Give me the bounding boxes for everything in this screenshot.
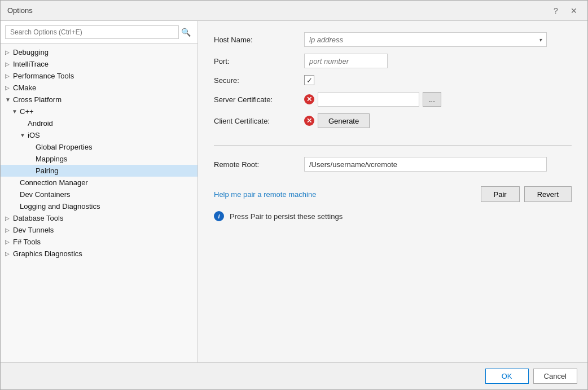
form-section: Host Name: ip address ▾ Port: xyxy=(214,32,572,146)
revert-button[interactable]: Revert xyxy=(524,186,572,202)
tree-item-graphics-diagnostics[interactable]: ▷ Graphics Diagnostics xyxy=(1,248,198,260)
options-dialog: Options ? ✕ 🔍 ▷ Debugging ▷ IntelliTr xyxy=(0,0,588,390)
info-row: i Press Pair to persist these settings xyxy=(214,211,572,221)
host-name-dropdown[interactable]: ip address ▾ xyxy=(304,32,547,47)
tree-item-global-properties[interactable]: Global Properties xyxy=(1,141,198,153)
host-name-label: Host Name: xyxy=(214,36,304,44)
tree-item-pairing[interactable]: Pairing xyxy=(1,165,198,177)
tree-item-ios[interactable]: ▼ iOS xyxy=(1,129,198,141)
arrow-icon xyxy=(20,120,28,126)
tree-item-intellitrace[interactable]: ▷ IntelliTrace xyxy=(1,58,198,70)
search-box: 🔍 xyxy=(1,21,198,44)
arrow-icon: ▷ xyxy=(5,239,13,245)
generate-button[interactable]: Generate xyxy=(318,113,370,128)
secure-control xyxy=(304,75,572,85)
tree-item-label: Android xyxy=(28,119,53,128)
tree-item-label: Dev Tunnels xyxy=(13,226,54,234)
arrow-icon: ▷ xyxy=(5,49,13,55)
tree-item-fsharp-tools[interactable]: ▷ F# Tools xyxy=(1,236,198,248)
arrow-icon: ▷ xyxy=(5,85,13,91)
tree-item-dev-tunnels[interactable]: ▷ Dev Tunnels xyxy=(1,224,198,236)
port-row: Port: xyxy=(214,54,572,68)
arrow-icon xyxy=(28,156,36,162)
title-bar: Options ? ✕ xyxy=(1,1,587,21)
client-cert-control: ✕ Generate xyxy=(304,113,572,128)
dialog-body: 🔍 ▷ Debugging ▷ IntelliTrace ▷ Performan… xyxy=(1,21,587,362)
tree-item-label: Cross Platform xyxy=(13,95,62,104)
secure-label: Secure: xyxy=(214,76,304,85)
arrow-icon: ▷ xyxy=(5,61,13,67)
server-cert-input[interactable] xyxy=(318,92,419,107)
left-panel: 🔍 ▷ Debugging ▷ IntelliTrace ▷ Performan… xyxy=(1,21,198,362)
action-row: Help me pair a remote machine Pair Rever… xyxy=(214,186,572,202)
info-icon: i xyxy=(214,211,224,221)
arrow-icon xyxy=(28,144,36,150)
tree-item-connection-manager[interactable]: Connection Manager xyxy=(1,177,198,189)
host-name-value: ip address xyxy=(309,36,343,44)
arrow-icon xyxy=(12,179,20,186)
server-cert-label: Server Certificate: xyxy=(214,95,304,104)
tree-item-database-tools[interactable]: ▷ Database Tools xyxy=(1,212,198,224)
pair-button[interactable]: Pair xyxy=(481,186,520,202)
search-icon-button[interactable]: 🔍 xyxy=(179,27,193,38)
server-cert-row: Server Certificate: ✕ ... xyxy=(214,92,572,107)
tree-item-cpp[interactable]: ▼ C++ xyxy=(1,106,198,117)
tree-item-label: Dev Containers xyxy=(20,190,71,199)
remote-root-label: Remote Root: xyxy=(214,160,304,169)
close-button[interactable]: ✕ xyxy=(567,4,581,17)
tree-item-label: Global Properties xyxy=(36,143,92,151)
tree-item-label: C++ xyxy=(20,107,34,116)
info-text: Press Pair to persist these settings xyxy=(230,212,343,221)
secure-row: Secure: xyxy=(214,75,572,85)
arrow-icon xyxy=(12,191,20,198)
tree-item-debugging[interactable]: ▷ Debugging xyxy=(1,46,198,58)
tree-item-label: F# Tools xyxy=(13,238,41,246)
arrow-icon: ▷ xyxy=(5,251,13,257)
ok-button[interactable]: OK xyxy=(485,369,529,384)
tree-item-label: Debugging xyxy=(13,48,49,56)
tree-item-performance-tools[interactable]: ▷ Performance Tools xyxy=(1,70,198,82)
arrow-icon: ▷ xyxy=(5,215,13,221)
help-link[interactable]: Help me pair a remote machine xyxy=(214,190,316,199)
tree-item-label: Logging and Diagnostics xyxy=(20,202,100,211)
server-cert-control: ✕ ... xyxy=(304,92,572,107)
tree-item-cmake[interactable]: ▷ CMake xyxy=(1,82,198,94)
tree-item-label: Graphics Diagnostics xyxy=(13,249,82,258)
tree-item-cross-platform[interactable]: ▼ Cross Platform xyxy=(1,94,198,106)
arrow-icon xyxy=(28,168,36,174)
right-panel: Host Name: ip address ▾ Port: xyxy=(198,21,587,362)
tree-item-label: Connection Manager xyxy=(20,178,88,187)
client-cert-error-icon: ✕ xyxy=(304,116,314,126)
tree-item-label: CMake xyxy=(13,84,36,92)
tree-item-logging-diagnostics[interactable]: Logging and Diagnostics xyxy=(1,200,198,212)
client-cert-label: Client Certificate: xyxy=(214,117,304,125)
tree-item-label: Mappings xyxy=(36,155,67,163)
tree-item-android[interactable]: Android xyxy=(1,117,198,129)
dialog-title: Options xyxy=(7,6,33,15)
arrow-icon: ▼ xyxy=(20,132,28,138)
title-bar-controls: ? ✕ xyxy=(549,4,581,17)
help-button[interactable]: ? xyxy=(549,4,563,17)
tree-item-mappings[interactable]: Mappings xyxy=(1,153,198,165)
arrow-icon: ▼ xyxy=(12,108,20,115)
client-cert-row: Client Certificate: ✕ Generate xyxy=(214,113,572,128)
port-input[interactable] xyxy=(304,54,388,68)
search-input[interactable] xyxy=(5,25,179,39)
host-name-control: ip address ▾ xyxy=(304,32,572,47)
remote-root-row: Remote Root: xyxy=(214,157,572,172)
tree-item-label: Pairing xyxy=(36,166,58,175)
arrow-icon: ▼ xyxy=(5,97,13,103)
tree-item-label: Database Tools xyxy=(13,214,63,222)
host-name-row: Host Name: ip address ▾ xyxy=(214,32,572,47)
tree-item-label: Performance Tools xyxy=(13,72,74,80)
tree: ▷ Debugging ▷ IntelliTrace ▷ Performance… xyxy=(1,44,198,362)
port-label: Port: xyxy=(214,57,304,65)
server-cert-browse-button[interactable]: ... xyxy=(423,92,441,107)
arrow-icon: ▷ xyxy=(5,227,13,233)
tree-item-label: IntelliTrace xyxy=(13,60,49,68)
remote-root-input[interactable] xyxy=(304,157,547,172)
secure-checkbox[interactable] xyxy=(304,75,314,85)
cancel-button[interactable]: Cancel xyxy=(533,369,577,384)
tree-item-dev-containers[interactable]: Dev Containers xyxy=(1,189,198,200)
server-cert-error-icon: ✕ xyxy=(304,94,314,104)
